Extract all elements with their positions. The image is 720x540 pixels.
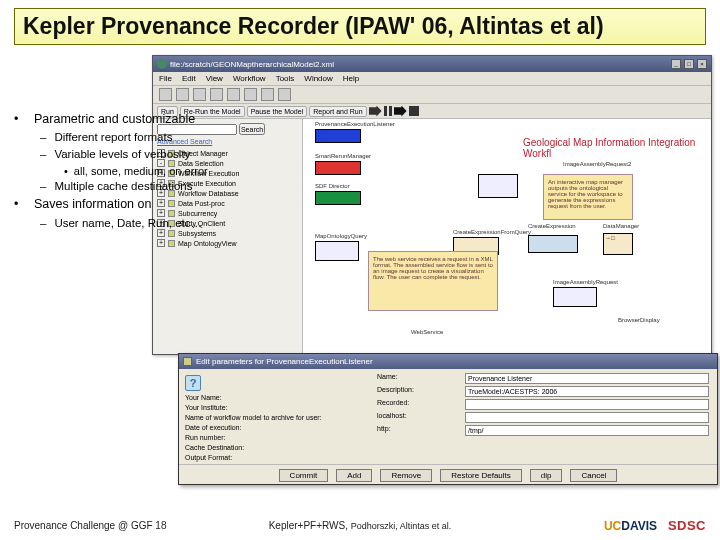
help-icon[interactable]: ? bbox=[185, 375, 201, 391]
window-titlebar: file:/scratch/GEONMaptherarchicalModel2.… bbox=[153, 56, 711, 72]
field-label: Recorded: bbox=[377, 399, 459, 410]
title-paren: (IPAW' 06, Altintas et al) bbox=[345, 13, 604, 39]
bullet-report-formats: Different report formats bbox=[54, 130, 172, 145]
bullet-verbosity: Variable levels of verbosity bbox=[54, 147, 190, 162]
actor-label: SDF Director bbox=[315, 183, 350, 189]
field-label: localhost: bbox=[377, 412, 459, 423]
window-title: file:/scratch/GEONMaptherarchicalModel2.… bbox=[170, 60, 668, 69]
toolbar-icon[interactable] bbox=[227, 88, 240, 101]
run-bar: Run Re-Run the Model Pause the Model Rep… bbox=[153, 104, 711, 119]
close-button[interactable]: × bbox=[697, 59, 707, 69]
menu-tools[interactable]: Tools bbox=[276, 74, 295, 83]
actor-label: CreateExpressionFromQuery bbox=[453, 229, 531, 235]
footer-left: Provenance Challenge @ GGF 18 bbox=[14, 520, 166, 531]
actor-sdf-director[interactable] bbox=[315, 191, 361, 205]
workflow-canvas[interactable]: ProvenanceExecutionListener SmartRerunMa… bbox=[303, 119, 711, 354]
stop-icon[interactable] bbox=[409, 106, 419, 116]
menu-workflow[interactable]: Workflow bbox=[233, 74, 266, 83]
bullet-saves-items: User name, Date, Run, etc… bbox=[54, 216, 202, 231]
search-button[interactable]: Search bbox=[239, 123, 265, 135]
pause-button[interactable]: Pause the Model bbox=[247, 106, 308, 117]
dialog-right-pane: Name: Description: Recorded: localhost: … bbox=[369, 369, 717, 464]
actor-box[interactable] bbox=[478, 174, 518, 198]
toolbar-icon[interactable] bbox=[261, 88, 274, 101]
toolbar-icon[interactable] bbox=[159, 88, 172, 101]
menu-view[interactable]: View bbox=[206, 74, 223, 83]
http-field[interactable] bbox=[465, 425, 709, 436]
menu-window[interactable]: Window bbox=[304, 74, 332, 83]
actor-label: ImageAssemblyRequest2 bbox=[563, 161, 631, 167]
edit-params-dialog: Edit parameters for ProvenanceExecutionL… bbox=[178, 353, 718, 485]
actor-label: SmartRerunManager bbox=[315, 153, 371, 159]
actor-label: CreateExpression bbox=[528, 223, 576, 229]
bullet-parametric: Parametric and customizable bbox=[34, 111, 195, 127]
tree-item[interactable]: Map OntologyView bbox=[178, 240, 237, 247]
bullet-cache: Multiple cache destinations bbox=[54, 179, 192, 194]
param-label: Your Institute: bbox=[185, 404, 363, 411]
actor-smart-rerun[interactable] bbox=[315, 161, 361, 175]
menubar: File Edit View Workflow Tools Window Hel… bbox=[153, 72, 711, 86]
actor-label: WebService bbox=[411, 329, 443, 335]
toolbar-icon[interactable] bbox=[210, 88, 223, 101]
toolbar bbox=[153, 86, 711, 104]
toolbar-icon[interactable] bbox=[176, 88, 189, 101]
footer-mid-a: Kepler+PF+RWS, bbox=[269, 520, 348, 531]
toolbar-icon[interactable] bbox=[244, 88, 257, 101]
param-label: Cache Destination: bbox=[185, 444, 363, 451]
cancel-button[interactable]: Cancel bbox=[570, 469, 617, 482]
actor-label: ImageAssemblyRequest bbox=[553, 279, 618, 285]
add-button[interactable]: Add bbox=[336, 469, 372, 482]
play-icon[interactable] bbox=[369, 106, 382, 117]
annotation-note: The web service receives a request in a … bbox=[368, 251, 498, 311]
app-icon bbox=[157, 59, 167, 69]
actor-box[interactable] bbox=[553, 287, 597, 307]
actor-label: DataManager bbox=[603, 223, 639, 229]
param-label: Name of workflow model to archive for us… bbox=[185, 414, 363, 421]
slide-title: Kepler Provenance Recorder (IPAW' 06, Al… bbox=[14, 8, 706, 45]
dialog-title: Edit parameters for ProvenanceExecutionL… bbox=[196, 357, 373, 366]
workflow-title: Geological Map Information Integration W… bbox=[523, 137, 711, 159]
name-field[interactable] bbox=[465, 373, 709, 384]
minimize-button[interactable]: _ bbox=[671, 59, 681, 69]
restore-defaults-button[interactable]: Restore Defaults bbox=[440, 469, 522, 482]
param-label: Output Format: bbox=[185, 454, 363, 461]
footer-mid-b: Podhorszki, Altintas et al. bbox=[351, 521, 452, 531]
actor-label: MapOntologyQuery bbox=[315, 233, 367, 239]
dialog-titlebar: Edit parameters for ProvenanceExecutionL… bbox=[179, 354, 717, 369]
param-label: Your Name: bbox=[185, 394, 363, 401]
title-main: Kepler Provenance Recorder bbox=[23, 13, 339, 39]
field-label: Name: bbox=[377, 373, 459, 384]
commit-button[interactable]: Commit bbox=[279, 469, 329, 482]
menu-file[interactable]: File bbox=[159, 74, 172, 83]
field-label: Description: bbox=[377, 386, 459, 397]
fastforward-icon[interactable] bbox=[394, 106, 407, 117]
report-button[interactable]: Report and Run bbox=[309, 106, 366, 117]
field-label: http: bbox=[377, 425, 459, 436]
sdsc-logo: SDSC bbox=[668, 518, 706, 533]
bullet-saves: Saves information on bbox=[34, 196, 151, 212]
actor-arrow-target[interactable]: →□ bbox=[603, 233, 633, 255]
actor-label: ProvenanceExecutionListener bbox=[315, 121, 395, 127]
toolbar-icon[interactable] bbox=[278, 88, 291, 101]
bullet-verbosity-values: all, some, medium, on error bbox=[74, 164, 208, 178]
recorded-field[interactable] bbox=[465, 399, 709, 410]
dialog-left-pane: ? Your Name: Your Institute: Name of wor… bbox=[179, 369, 369, 464]
dialog-icon bbox=[183, 357, 192, 366]
actor-label: BrowserDisplay bbox=[618, 317, 660, 323]
localhost-field[interactable] bbox=[465, 412, 709, 423]
actor-box[interactable] bbox=[315, 241, 359, 261]
maximize-button[interactable]: □ bbox=[684, 59, 694, 69]
actor-box[interactable] bbox=[528, 235, 578, 253]
toolbar-icon[interactable] bbox=[193, 88, 206, 101]
actor-provenance-listener[interactable] bbox=[315, 129, 361, 143]
ucdavis-logo: UCUCDAVISDAVIS bbox=[604, 519, 657, 533]
param-label: Date of execution: bbox=[185, 424, 363, 431]
bullet-overlay: •Parametric and customizable –Different … bbox=[14, 111, 232, 233]
slide-footer: Provenance Challenge @ GGF 18 Kepler+PF+… bbox=[0, 510, 720, 540]
menu-edit[interactable]: Edit bbox=[182, 74, 196, 83]
menu-help[interactable]: Help bbox=[343, 74, 359, 83]
pause-icon[interactable] bbox=[384, 106, 392, 116]
dip-button[interactable]: dip bbox=[530, 469, 563, 482]
description-field[interactable] bbox=[465, 386, 709, 397]
remove-button[interactable]: Remove bbox=[380, 469, 432, 482]
